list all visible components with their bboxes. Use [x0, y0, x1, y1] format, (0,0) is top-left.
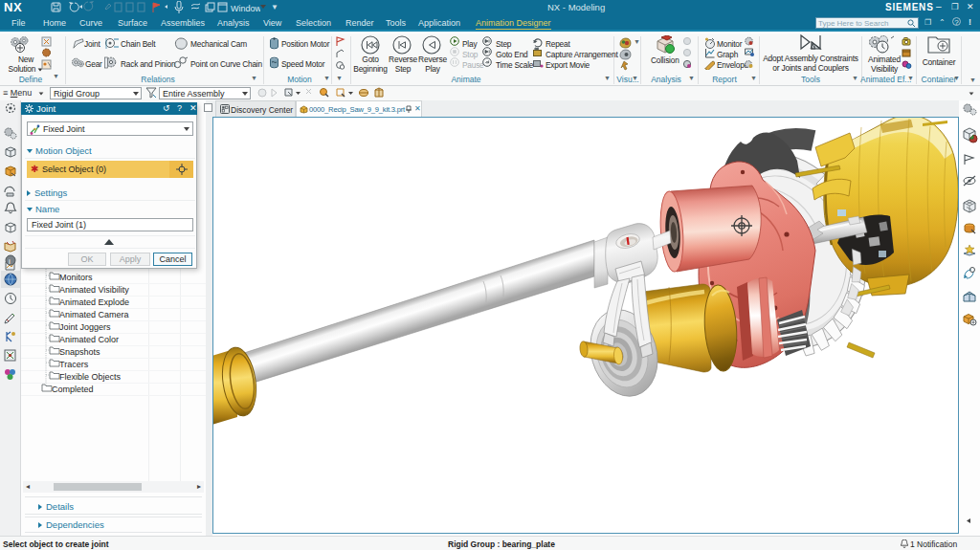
svg-text:i: i: [9, 257, 11, 266]
svg-text:Window: Window: [231, 4, 260, 13]
